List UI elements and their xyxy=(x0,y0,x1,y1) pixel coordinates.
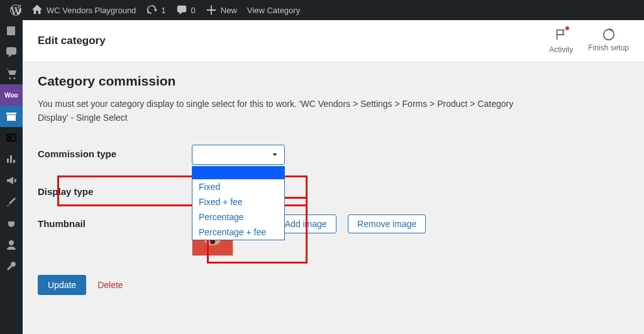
comments-count: 0 xyxy=(191,6,196,15)
activity-button[interactable]: Activity xyxy=(549,28,573,54)
view-label: View Category xyxy=(247,6,300,15)
delete-link[interactable]: Delete xyxy=(97,280,123,290)
progress-icon xyxy=(602,28,616,42)
money-icon: $ xyxy=(5,131,18,144)
plug-icon xyxy=(5,217,18,230)
wrench-icon xyxy=(5,260,18,272)
cart-icon xyxy=(5,67,18,80)
sidebar-item-products[interactable] xyxy=(0,106,23,127)
site-name: WC Vendors Playground xyxy=(47,6,136,15)
header-actions: Activity Finish setup xyxy=(549,28,629,54)
commission-type-row: Commission type Fixed Fixed + fee Percen… xyxy=(38,145,629,165)
book-icon xyxy=(5,25,18,37)
page-title: Edit category xyxy=(38,35,106,47)
actions-row: Update Delete xyxy=(38,275,629,295)
site-link[interactable]: WC Vendors Playground xyxy=(26,0,141,20)
wordpress-icon xyxy=(10,4,21,16)
select-option-percentage-fee[interactable]: Percentage + fee xyxy=(192,225,284,240)
chart-icon xyxy=(5,153,18,165)
thumbnail-row: Thumbnail Upload/Add image Remove image xyxy=(38,214,629,256)
wp-logo[interactable] xyxy=(5,0,26,20)
sidebar-item-analytics[interactable] xyxy=(0,148,23,170)
updates-link[interactable]: 1 xyxy=(141,0,170,20)
select-option-fixed-fee[interactable]: Fixed + fee xyxy=(192,194,284,209)
select-option-fixed[interactable]: Fixed xyxy=(192,179,284,194)
select-option-blank[interactable] xyxy=(192,167,284,179)
woo-logo: Woo xyxy=(3,92,19,99)
notification-dot xyxy=(565,26,569,30)
thumbnail-label: Thumbnail xyxy=(38,214,192,256)
sidebar-item-dashboard[interactable] xyxy=(0,20,23,42)
update-button[interactable]: Update xyxy=(38,275,86,295)
comments-link[interactable]: 0 xyxy=(171,0,201,20)
sidebar-item-comments[interactable] xyxy=(0,42,23,63)
main-content: Edit category Activity Finish setup Cate… xyxy=(23,20,644,334)
sidebar-item-cart[interactable] xyxy=(0,63,23,84)
megaphone-icon xyxy=(5,174,18,187)
remove-image-button[interactable]: Remove image xyxy=(348,214,426,233)
activity-label: Activity xyxy=(549,45,573,54)
comment-icon xyxy=(176,4,187,16)
page-header: Edit category Activity Finish setup xyxy=(23,20,644,62)
sidebar-item-payments[interactable]: $ xyxy=(0,127,23,148)
sidebar-item-tools[interactable] xyxy=(0,255,23,277)
finish-setup-label: Finish setup xyxy=(588,43,629,52)
commission-type-label: Commission type xyxy=(38,145,192,165)
comment-icon xyxy=(5,46,18,58)
sidebar-item-users[interactable] xyxy=(0,234,23,255)
sidebar-item-plugins[interactable] xyxy=(0,213,23,234)
sidebar: Woo $ xyxy=(0,20,23,334)
new-link[interactable]: New xyxy=(201,0,242,20)
archive-icon xyxy=(5,110,18,123)
display-type-row: Display type xyxy=(38,182,629,197)
chevron-down-icon xyxy=(270,150,279,159)
commission-type-control: Fixed Fixed + fee Percentage Percentage … xyxy=(192,145,629,165)
admin-bar: WC Vendors Playground 1 0 New View Categ… xyxy=(0,0,644,20)
plus-icon xyxy=(206,4,217,16)
home-icon xyxy=(31,4,43,16)
sidebar-item-woo[interactable]: Woo xyxy=(0,84,23,106)
view-link[interactable]: View Category xyxy=(242,0,305,20)
select-option-percentage[interactable]: Percentage xyxy=(192,209,284,225)
updates-count: 1 xyxy=(161,6,165,15)
display-type-label: Display type xyxy=(38,182,192,197)
sidebar-item-marketing[interactable] xyxy=(0,170,23,191)
commission-type-dropdown: Fixed Fixed + fee Percentage Percentage … xyxy=(192,166,285,240)
section-description: You must set your category display to si… xyxy=(38,97,535,125)
section-title: Category commission xyxy=(38,74,629,89)
brush-icon xyxy=(5,196,18,208)
finish-setup-button[interactable]: Finish setup xyxy=(588,28,629,54)
sidebar-item-appearance[interactable] xyxy=(0,191,23,213)
commission-type-select[interactable] xyxy=(192,145,285,165)
user-icon xyxy=(5,238,18,251)
body: Category commission You must set your ca… xyxy=(23,62,644,306)
update-icon xyxy=(146,4,157,16)
svg-text:$: $ xyxy=(9,135,13,141)
new-label: New xyxy=(221,6,237,15)
